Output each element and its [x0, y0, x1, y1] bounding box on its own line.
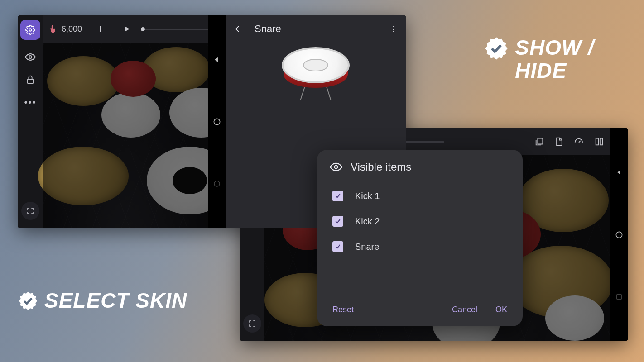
callout-show-hide-text: SHOW / HIDE: [515, 36, 594, 82]
nav-back-icon[interactable]: [213, 56, 221, 64]
checkbox-label: Kick 2: [355, 216, 380, 227]
eye-icon: [330, 161, 342, 173]
play-button[interactable]: [123, 25, 131, 33]
callout-select-skin-text: SELECT SKIN: [44, 289, 187, 312]
library-icon[interactable]: [534, 137, 544, 147]
tom[interactable]: [545, 295, 604, 341]
visible-items-dialog: Visible items Kick 1 Kick 2 Snare Reset …: [317, 150, 523, 326]
checkbox-row-snare[interactable]: Snare: [330, 234, 510, 259]
checkbox-label: Snare: [355, 242, 379, 252]
cymbal[interactable]: [47, 56, 120, 106]
callout-select-skin: SELECT SKIN: [18, 289, 187, 312]
verified-badge-icon: [18, 291, 38, 311]
svg-rect-8: [538, 138, 543, 144]
svg-rect-12: [617, 295, 621, 299]
tom[interactable]: [111, 61, 156, 97]
nav-recent-icon[interactable]: [615, 293, 623, 300]
cancel-button[interactable]: Cancel: [452, 305, 477, 314]
topbar: 6,000 +: [43, 15, 208, 43]
checkbox-icon[interactable]: [332, 216, 343, 227]
checkbox-icon[interactable]: [332, 241, 343, 252]
panel-back-button[interactable]: [234, 24, 245, 34]
cymbal[interactable]: [38, 147, 129, 205]
pads-icon[interactable]: [594, 137, 604, 147]
nav-home-icon[interactable]: [212, 117, 221, 126]
svg-rect-2: [28, 79, 34, 83]
drum-stage[interactable]: [43, 43, 208, 228]
score-value: 6,000: [62, 24, 82, 34]
callout-show-hide: SHOW / HIDE: [484, 36, 594, 82]
android-navbar: [610, 128, 628, 341]
file-icon[interactable]: [554, 137, 563, 147]
lock-icon[interactable]: [25, 74, 36, 85]
cymbal[interactable]: [509, 246, 613, 318]
svg-rect-9: [596, 138, 599, 145]
score-display: 6,000: [49, 24, 82, 34]
checkbox-row-kick2[interactable]: Kick 2: [330, 209, 510, 234]
svg-point-3: [214, 119, 220, 124]
svg-point-0: [29, 29, 32, 31]
checkbox-row-kick1[interactable]: Kick 1: [330, 183, 510, 209]
nav-recent-icon[interactable]: [213, 180, 221, 188]
panel-more-button[interactable]: ⋮: [389, 25, 398, 33]
svg-rect-10: [600, 138, 603, 145]
nav-home-icon[interactable]: [615, 230, 624, 239]
checkbox-label: Kick 1: [355, 191, 380, 201]
svg-point-13: [335, 166, 338, 169]
cymbal[interactable]: [518, 169, 609, 232]
visibility-icon[interactable]: [25, 52, 36, 62]
left-sidebar: •••: [18, 15, 43, 228]
tom[interactable]: [101, 92, 160, 138]
gauge-icon[interactable]: [573, 137, 584, 147]
svg-point-11: [616, 232, 622, 238]
checkbox-icon[interactable]: [332, 191, 343, 201]
cymbal[interactable]: [142, 47, 210, 92]
add-button[interactable]: +: [96, 22, 104, 36]
panel-title: Snare: [255, 23, 281, 35]
dialog-title: Visible items: [351, 161, 411, 173]
reset-button[interactable]: Reset: [332, 305, 354, 314]
nav-back-icon[interactable]: [615, 168, 623, 176]
settings-button[interactable]: [20, 20, 40, 40]
ok-button[interactable]: OK: [495, 305, 507, 314]
more-icon[interactable]: •••: [25, 97, 36, 108]
verified-badge-icon: [484, 36, 509, 61]
snare-drum-icon: [277, 47, 354, 101]
svg-point-4: [214, 181, 220, 186]
fullscreen-button[interactable]: [243, 314, 261, 333]
fullscreen-button[interactable]: [21, 202, 39, 220]
tap-icon: [49, 24, 58, 34]
svg-point-1: [29, 56, 32, 58]
android-navbar: [208, 15, 226, 228]
